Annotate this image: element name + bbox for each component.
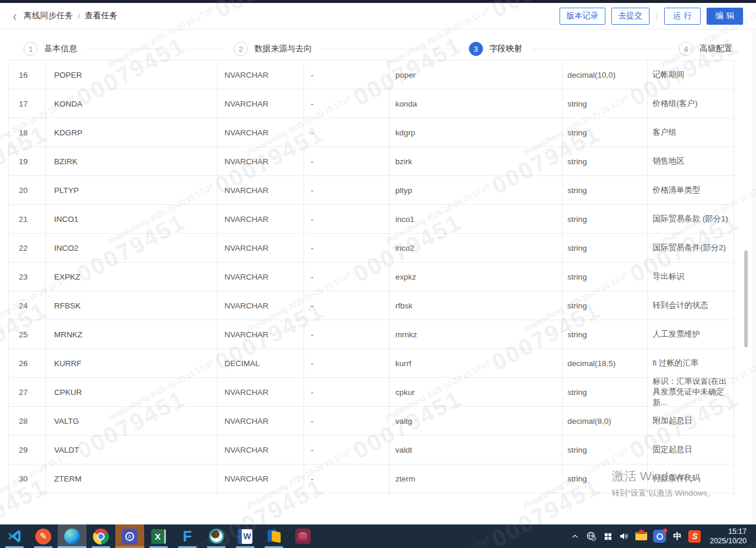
source-length: -	[304, 205, 389, 233]
back-arrow-icon[interactable]: ‹	[13, 9, 16, 23]
breadcrumb-current: 查看任务	[85, 11, 118, 21]
source-field-name: PLTYP	[46, 176, 218, 204]
taskbar-word[interactable]: W	[231, 524, 259, 548]
field-description: 记帐期间	[648, 61, 734, 89]
source-length: -	[304, 320, 389, 348]
taskbar-vscode[interactable]	[0, 524, 29, 548]
page-header: ‹ 离线同步任务 / 查看任务 版本记录 去提交 | 运行 编辑	[0, 3, 756, 29]
step-source-target[interactable]: 2 数据来源与去向	[234, 42, 312, 56]
target-field-name: valdt	[389, 436, 563, 464]
field-description: 付款条件代码	[648, 464, 734, 493]
source-length: -	[304, 464, 389, 493]
row-index: 17	[9, 89, 46, 118]
button-divider: |	[656, 12, 658, 21]
target-field-name: mrnkz	[389, 320, 563, 348]
target-field-name: cpkur	[389, 378, 563, 406]
notification-app-icon[interactable]	[651, 524, 668, 548]
table-row: 20PLTYPNVARCHAR-pltypstring价格清单类型	[9, 176, 734, 205]
taskbar-dbeaver[interactable]	[202, 524, 231, 548]
version-history-button[interactable]: 版本记录	[559, 8, 605, 25]
chrome-icon	[93, 529, 109, 544]
breadcrumb-parent[interactable]: 离线同步任务	[24, 11, 73, 21]
step-4-label: 高级配置	[700, 44, 732, 54]
source-length: -	[304, 61, 389, 89]
step-field-mapping[interactable]: 3 字段映射	[469, 42, 522, 56]
row-index: 25	[9, 320, 46, 348]
source-field-type: NVARCHAR	[218, 118, 304, 147]
step-advanced-config[interactable]: 4 高级配置	[679, 42, 732, 56]
field-description: 客户组	[648, 118, 734, 147]
target-field-type: string	[562, 464, 648, 493]
source-field-type: NVARCHAR	[218, 436, 304, 464]
source-field-type: NVARCHAR	[218, 234, 304, 262]
field-description: 转到会计的状态	[648, 291, 734, 320]
target-field-type: string	[562, 176, 648, 204]
source-field-type: NVARCHAR	[218, 291, 304, 320]
row-index: 21	[9, 205, 46, 233]
taskbar-clock[interactable]: 15:17 2025/10/20	[705, 527, 750, 546]
step-connector	[532, 49, 670, 49]
target-field-type: string	[562, 378, 648, 406]
step-1-label: 基本信息	[44, 44, 77, 54]
source-field-type: NVARCHAR	[218, 378, 304, 406]
target-field-name: kurrf	[389, 349, 563, 377]
target-field-type: decimal(8,0)	[562, 407, 648, 435]
sogou-input-icon[interactable]: S	[687, 524, 702, 548]
tray-chevron-up-icon[interactable]	[568, 524, 582, 548]
excel-icon: X	[151, 529, 166, 544]
pen-app-icon: ✎	[35, 529, 51, 544]
database-app-icon	[295, 529, 311, 544]
row-index: 18	[9, 118, 46, 147]
field-description: 固定起息日	[648, 436, 734, 464]
step-2-circle: 2	[234, 42, 248, 56]
page-scrollbar-track	[753, 29, 756, 524]
target-field-type: string	[562, 436, 648, 464]
taskbar-chrome[interactable]	[86, 524, 115, 548]
tray-grid-icon[interactable]	[601, 524, 615, 548]
vscode-icon	[6, 528, 23, 544]
ime-language-indicator[interactable]: 中	[670, 524, 684, 548]
field-description: 销售地区	[648, 147, 734, 175]
source-field-type: NVARCHAR	[218, 147, 304, 175]
target-field-name: zterm	[389, 464, 563, 493]
taskbar-f-app[interactable]: F	[173, 524, 202, 548]
table-row: 17KONDANVARCHAR-kondastring价格组(客户)	[9, 89, 734, 118]
edge-icon	[64, 529, 80, 544]
system-tray: 中 S 15:17 2025/10/20	[568, 524, 756, 548]
step-3-circle: 3	[469, 42, 483, 56]
source-field-name: VALDT	[46, 436, 218, 464]
step-basic-info[interactable]: 1 基本信息	[24, 42, 77, 56]
foxmail-icon[interactable]	[634, 524, 649, 548]
run-button[interactable]: 运行	[664, 8, 701, 25]
edit-button[interactable]: 编辑	[707, 8, 743, 25]
source-length: -	[304, 176, 389, 204]
submit-button[interactable]: 去提交	[611, 8, 650, 25]
taskbar-edge[interactable]	[58, 524, 86, 548]
target-field-type: string	[562, 234, 648, 262]
taskbar-pen-app[interactable]: ✎	[29, 524, 58, 548]
taskbar-red-db-app[interactable]	[288, 524, 317, 548]
target-field-type: string	[562, 291, 648, 320]
source-length: -	[304, 407, 389, 435]
table-row: 30ZTERMNVARCHAR-ztermstring付款条件代码	[9, 464, 734, 493]
source-field-type: NVARCHAR	[218, 205, 304, 233]
target-field-type: decimal(10,0)	[562, 61, 648, 89]
table-row: 27CPKURNVARCHAR-cpkurstring标识：汇率设置(在出具发票…	[9, 378, 734, 407]
clock-time: 15:17	[710, 527, 747, 536]
table-row-partial	[9, 493, 734, 497]
network-globe-icon[interactable]	[584, 524, 598, 548]
step-indicator: 1 基本信息 2 数据来源与去向 3 字段映射 4 高级配置	[0, 34, 756, 64]
taskbar-flag-app[interactable]	[259, 524, 288, 548]
row-index: 30	[9, 464, 46, 493]
taskbar-excel[interactable]: X	[144, 524, 173, 548]
field-description: 人工发票维护	[648, 320, 734, 348]
taskbar-wecom-active[interactable]	[115, 524, 144, 548]
source-length: -	[304, 234, 389, 262]
target-field-name: konda	[389, 89, 563, 118]
source-length: -	[304, 89, 389, 118]
field-description: 价格组(客户)	[648, 89, 734, 118]
target-field-name: valtg	[389, 407, 563, 435]
field-description: 国际贸易条件(部分2)	[648, 234, 734, 262]
table-scrollbar-thumb[interactable]	[744, 250, 748, 347]
volume-icon[interactable]	[617, 524, 631, 548]
